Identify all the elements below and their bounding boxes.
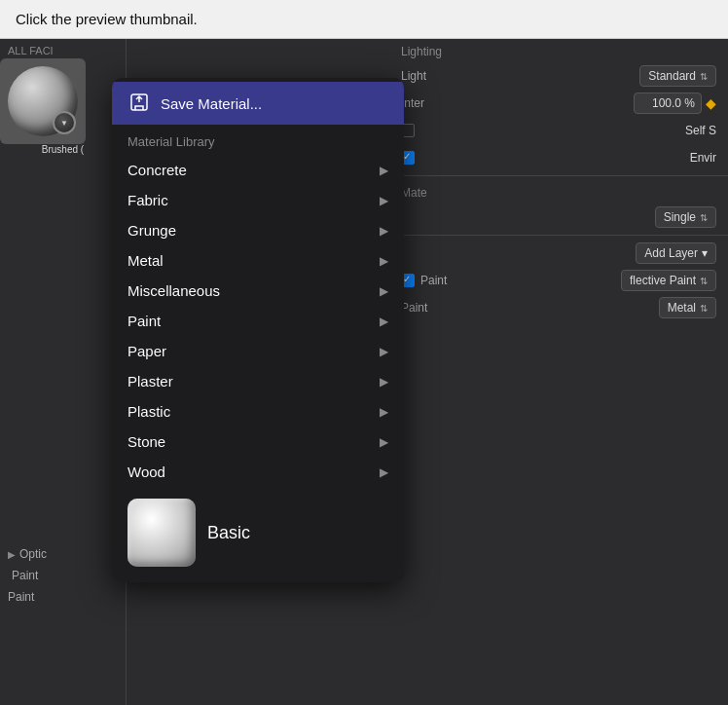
paint-metal-value: Metal	[668, 301, 696, 315]
environment-label: Envir	[690, 151, 716, 165]
light-row: Light Standard ⇅	[389, 62, 728, 90]
paint-metal-label: Paint	[401, 301, 659, 315]
chevron-up-down-icon: ⇅	[700, 71, 708, 82]
inspector-panel: Lighting Light Standard ⇅ Inter ◆ Self S…	[389, 39, 728, 705]
metal-label: Metal	[127, 252, 164, 269]
add-layer-button[interactable]: Add Layer ▾	[636, 242, 716, 264]
menu-item-stone[interactable]: Stone ▶	[112, 427, 404, 457]
plaster-submenu-icon: ▶	[380, 375, 388, 389]
material-thumbnail[interactable]	[0, 58, 86, 144]
paint-submenu-icon: ▶	[380, 315, 388, 328]
instruction-bar: Click the preview thumbnail.	[0, 0, 728, 39]
material-mode-value: Single	[664, 210, 696, 224]
paint-menu-label: Paint	[127, 313, 161, 329]
grunge-label: Grunge	[127, 222, 176, 239]
paint-2-left-row: Paint	[0, 586, 127, 608]
menu-item-wood[interactable]: Wood ▶	[112, 457, 404, 487]
light-value: Standard	[648, 69, 696, 83]
menu-item-paper[interactable]: Paper ▶	[112, 336, 404, 366]
paint-left-row: Paint	[0, 565, 127, 586]
menu-item-metal[interactable]: Metal ▶	[112, 245, 404, 276]
self-shadow-row: Self S	[389, 117, 728, 144]
menu-item-fabric[interactable]: Fabric ▶	[112, 185, 404, 215]
all-faces-label: ALL FACI	[0, 39, 126, 58]
basic-thumbnail	[127, 499, 196, 567]
material-library-label: Material Library	[112, 125, 404, 155]
material-mode-row: Single ⇅	[389, 204, 728, 231]
intensity-label: Inter	[401, 96, 634, 110]
wood-submenu-icon: ▶	[380, 465, 388, 479]
add-layer-chevron-icon: ▾	[702, 246, 708, 260]
intensity-input[interactable]	[634, 93, 702, 114]
paint-left-label: Paint	[12, 569, 38, 582]
plastic-label: Plastic	[127, 403, 170, 420]
light-label: Light	[401, 69, 639, 83]
paint-label: Paint	[420, 274, 621, 287]
material-section-header: Mate	[389, 180, 728, 204]
divider-2	[389, 235, 728, 236]
intensity-group: ◆	[634, 93, 716, 114]
divider-1	[389, 175, 728, 176]
left-bottom-rows: ▶ Optic Paint Paint	[0, 543, 127, 608]
metal-chevron-icon: ⇅	[700, 303, 708, 314]
menu-item-concrete[interactable]: Concrete ▶	[112, 155, 404, 185]
menu-item-grunge[interactable]: Grunge ▶	[112, 215, 404, 245]
optics-label: Optic	[19, 547, 47, 561]
intensity-row: Inter ◆	[389, 90, 728, 117]
material-mode-select[interactable]: Single ⇅	[655, 206, 716, 228]
stone-label: Stone	[127, 433, 165, 450]
paper-label: Paper	[127, 343, 166, 359]
instruction-text: Click the preview thumbnail.	[16, 11, 198, 27]
environment-row: Envir	[389, 144, 728, 171]
self-shadow-label: Self S	[685, 124, 716, 137]
paint-metal-row: Paint Metal ⇅	[389, 294, 728, 321]
paint-type-select[interactable]: flective Paint ⇅	[621, 270, 716, 291]
material-library-dropdown: Save Material... Material Library Concre…	[112, 78, 404, 582]
metal-submenu-icon: ▶	[380, 254, 388, 268]
paint-chevron-icon: ⇅	[700, 276, 708, 286]
wood-label: Wood	[127, 464, 165, 480]
light-select[interactable]: Standard ⇅	[639, 65, 716, 87]
menu-item-plastic[interactable]: Plastic ▶	[112, 396, 404, 427]
menu-item-paint[interactable]: Paint ▶	[112, 306, 404, 336]
menu-item-miscellaneous[interactable]: Miscellaneous ▶	[112, 276, 404, 306]
paint-metal-select[interactable]: Metal ⇅	[659, 297, 716, 318]
basic-label: Basic	[207, 523, 250, 543]
fabric-label: Fabric	[127, 192, 168, 208]
concrete-submenu-icon: ▶	[380, 164, 388, 177]
chevron-updown-icon: ⇅	[700, 212, 708, 223]
lighting-section-header: Lighting	[389, 39, 728, 62]
paint-2-left-label: Paint	[8, 590, 34, 604]
optics-row[interactable]: ▶ Optic	[0, 543, 127, 565]
stone-submenu-icon: ▶	[380, 435, 388, 449]
brushed-label: Brushed (	[0, 144, 126, 155]
save-material-label: Save Material...	[161, 95, 262, 112]
basic-preview[interactable]: Basic	[112, 491, 404, 575]
plastic-submenu-icon: ▶	[380, 405, 388, 419]
miscellaneous-submenu-icon: ▶	[380, 284, 388, 298]
add-layer-row: Add Layer ▾	[389, 240, 728, 267]
collapse-triangle-icon: ▶	[8, 549, 16, 560]
save-material-item[interactable]: Save Material...	[112, 82, 404, 125]
menu-item-plaster[interactable]: Plaster ▶	[112, 366, 404, 396]
add-layer-label: Add Layer	[644, 246, 698, 260]
plaster-label: Plaster	[127, 373, 173, 390]
left-panel: ALL FACI Brushed ( ▶ Optic Paint Paint	[0, 39, 127, 705]
paper-submenu-icon: ▶	[380, 345, 388, 358]
keyframe-diamond-icon[interactable]: ◆	[706, 95, 716, 111]
paint-type-value: flective Paint	[630, 274, 696, 287]
grunge-submenu-icon: ▶	[380, 224, 388, 238]
paint-reflective-row: Paint flective Paint ⇅	[389, 267, 728, 294]
concrete-label: Concrete	[127, 162, 187, 178]
miscellaneous-label: Miscellaneous	[127, 282, 220, 299]
material-options-button[interactable]	[53, 111, 76, 134]
save-material-icon	[127, 92, 151, 115]
fabric-submenu-icon: ▶	[380, 194, 388, 207]
